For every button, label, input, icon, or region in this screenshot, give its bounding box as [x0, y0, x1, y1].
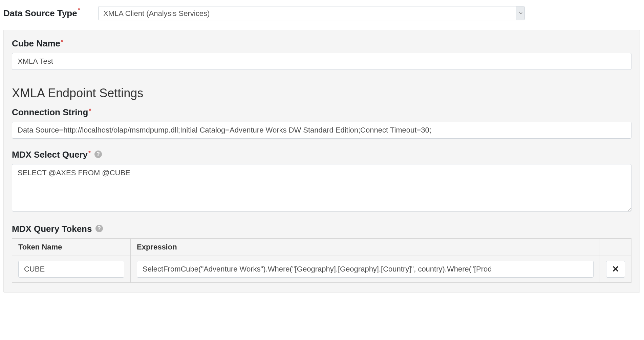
mdx-query-tokens-table: Token Name Expression [12, 238, 631, 283]
close-icon [612, 265, 619, 273]
help-icon[interactable]: ? [94, 150, 102, 158]
cube-name-label-text: Cube Name [12, 38, 60, 49]
token-name-input[interactable] [18, 261, 124, 278]
mdx-select-query-label-text: MDX Select Query [12, 149, 88, 160]
cube-name-label: Cube Name * [12, 38, 631, 49]
connection-string-label: Connection String * [12, 107, 631, 118]
table-row [12, 256, 631, 283]
required-asterisk: * [89, 107, 91, 115]
data-source-type-row: Data Source Type * XMLA Client (Analysis… [3, 6, 641, 20]
mdx-query-tokens-label-text: MDX Query Tokens [12, 224, 92, 234]
connection-string-field: Connection String * [12, 107, 631, 139]
svg-text:?: ? [98, 225, 101, 231]
mdx-select-query-textarea[interactable] [12, 164, 631, 212]
mdx-query-tokens-field: MDX Query Tokens ? Token Name Expression [12, 224, 631, 283]
settings-panel: Cube Name * XMLA Endpoint Settings Conne… [3, 30, 640, 293]
tokens-header-expr: Expression [131, 239, 600, 256]
delete-row-button[interactable] [606, 261, 625, 278]
data-source-type-label-text: Data Source Type [3, 8, 77, 19]
required-asterisk: * [61, 39, 63, 46]
mdx-select-query-label: MDX Select Query * ? [12, 149, 631, 160]
xmla-endpoint-settings-heading: XMLA Endpoint Settings [12, 86, 631, 100]
connection-string-label-text: Connection String [12, 107, 88, 118]
mdx-query-tokens-label: MDX Query Tokens ? [12, 224, 631, 234]
required-asterisk: * [88, 150, 91, 157]
cube-name-input[interactable] [12, 53, 631, 70]
tokens-header-action [600, 239, 631, 256]
mdx-select-query-field: MDX Select Query * ? [12, 149, 631, 213]
required-asterisk: * [78, 7, 80, 14]
token-expression-input[interactable] [137, 261, 594, 278]
tokens-header-name: Token Name [12, 239, 131, 256]
help-icon[interactable]: ? [95, 224, 103, 233]
data-source-type-select[interactable]: XMLA Client (Analysis Services) [98, 6, 525, 20]
data-source-type-select-wrap: XMLA Client (Analysis Services) [98, 6, 525, 20]
connection-string-input[interactable] [12, 122, 631, 139]
data-source-type-label: Data Source Type * [3, 8, 98, 19]
cube-name-field: Cube Name * [12, 38, 631, 70]
svg-text:?: ? [96, 151, 100, 157]
